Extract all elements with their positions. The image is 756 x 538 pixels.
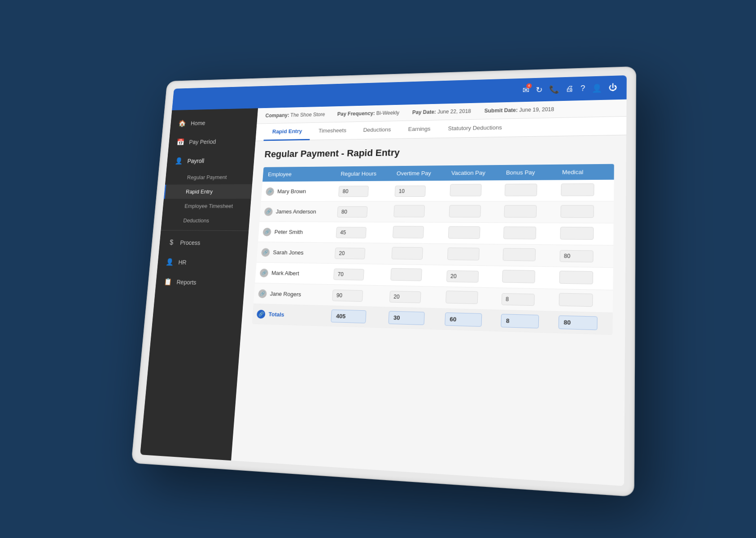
medical-cell[interactable]: 80 <box>555 245 613 268</box>
cell-empty[interactable] <box>391 247 423 260</box>
bonus-pay-cell[interactable] <box>499 180 556 201</box>
bonus-pay-cell[interactable] <box>498 244 555 267</box>
sidebar-item-home[interactable]: 🏠 Home <box>170 112 258 133</box>
cell-empty[interactable] <box>449 205 481 217</box>
overtime-pay-cell[interactable] <box>387 243 443 265</box>
cell-empty[interactable] <box>449 184 481 196</box>
cell-empty[interactable] <box>559 293 593 307</box>
vacation-pay-cell[interactable] <box>442 243 498 266</box>
cell-value[interactable]: 80 <box>337 206 367 217</box>
mail-icon[interactable]: ✉ 4 <box>522 85 529 95</box>
vacation-pay-cell[interactable] <box>444 201 499 223</box>
cell-empty[interactable] <box>503 205 536 217</box>
overtime-pay-cell[interactable] <box>388 222 444 244</box>
total-value[interactable]: 60 <box>444 312 481 327</box>
cell-value[interactable]: 8 <box>501 293 534 305</box>
sidebar-item-reports[interactable]: 📋 Reports <box>155 272 245 294</box>
totals-vacation-pay[interactable]: 60 <box>440 308 496 331</box>
print-icon[interactable]: 🖨 <box>565 84 574 94</box>
bonus-pay-cell[interactable] <box>499 201 556 223</box>
sidebar-item-payroll[interactable]: 👤 Payroll <box>166 151 254 171</box>
regular-hours-cell[interactable]: 80 <box>334 181 391 202</box>
cell-empty[interactable] <box>445 291 478 304</box>
cell-empty[interactable] <box>447 247 479 260</box>
overtime-pay-cell[interactable] <box>385 264 442 286</box>
medical-cell[interactable] <box>556 180 614 201</box>
totals-overtime-pay[interactable]: 30 <box>384 307 441 330</box>
cell-empty[interactable] <box>560 183 594 196</box>
medical-cell[interactable] <box>554 267 613 290</box>
tab-statutory-deductions[interactable]: Statutory Deductions <box>439 119 511 138</box>
cell-value[interactable]: 90 <box>332 289 363 301</box>
medical-cell[interactable] <box>554 289 613 312</box>
cell-value[interactable]: 80 <box>338 186 369 197</box>
cell-empty[interactable] <box>393 205 425 217</box>
totals-medical[interactable]: 80 <box>553 311 612 334</box>
link-icon[interactable]: 🔗 <box>262 228 271 236</box>
vacation-pay-cell[interactable] <box>445 180 500 201</box>
user-icon[interactable]: 👤 <box>591 83 602 93</box>
link-icon[interactable]: 🔗 <box>259 269 268 278</box>
cell-value[interactable]: 10 <box>394 185 426 196</box>
col-medical: Medical <box>556 164 614 180</box>
link-icon[interactable]: 🔗 <box>258 289 267 298</box>
cell-empty[interactable] <box>559 271 593 284</box>
medical-cell[interactable] <box>555 201 614 223</box>
total-value[interactable]: 8 <box>500 314 538 328</box>
tab-rapid-entry[interactable]: Rapid Entry <box>263 123 310 141</box>
cell-empty[interactable] <box>504 184 537 196</box>
link-icon[interactable]: 🔗 <box>264 207 273 216</box>
link-icon[interactable]: 🔗 <box>265 187 274 196</box>
bonus-pay-cell[interactable] <box>498 223 555 245</box>
cell-value[interactable]: 20 <box>335 247 366 259</box>
totals-link-icon[interactable]: 🔗 <box>256 309 265 318</box>
totals-regular-hours[interactable]: 405 <box>326 306 385 328</box>
cell-empty[interactable] <box>503 248 536 261</box>
vacation-pay-cell[interactable] <box>443 222 499 244</box>
sidebar-item-hr[interactable]: 👤 HR <box>157 252 247 273</box>
vacation-pay-cell[interactable]: 20 <box>441 265 497 288</box>
cell-value[interactable]: 45 <box>336 227 366 239</box>
total-value[interactable]: 405 <box>331 309 366 323</box>
regular-hours-cell[interactable]: 90 <box>328 284 386 307</box>
cell-empty[interactable] <box>503 226 536 239</box>
total-value[interactable]: 30 <box>388 311 424 325</box>
sidebar-item-regular-payment[interactable]: Regular Payment <box>165 170 253 185</box>
sidebar-item-deductions[interactable]: Deductions <box>161 213 250 228</box>
overtime-pay-cell[interactable] <box>389 201 445 222</box>
regular-hours-cell[interactable]: 20 <box>330 243 388 264</box>
total-value[interactable]: 80 <box>558 315 597 330</box>
totals-bonus-pay[interactable]: 8 <box>496 310 554 333</box>
sidebar-item-employee-timesheet[interactable]: Employee Timesheet <box>162 199 251 213</box>
vacation-pay-cell[interactable] <box>440 286 497 310</box>
help-icon[interactable]: ? <box>580 84 585 93</box>
tab-earnings[interactable]: Earnings <box>399 120 439 139</box>
cell-empty[interactable] <box>448 226 480 239</box>
regular-hours-cell[interactable]: 45 <box>331 222 389 243</box>
sidebar-item-pay-period[interactable]: 📅 Pay Period <box>168 131 256 152</box>
cell-empty[interactable] <box>390 268 422 281</box>
bonus-pay-cell[interactable]: 8 <box>496 288 554 311</box>
sidebar-item-rapid-entry[interactable]: Rapid Entry <box>164 184 252 199</box>
cell-empty[interactable] <box>502 270 535 283</box>
cell-empty[interactable] <box>560 205 594 217</box>
cell-value[interactable]: 70 <box>333 268 364 280</box>
phone-icon[interactable]: 📞 <box>549 84 559 94</box>
sidebar-item-process[interactable]: $ Process <box>159 233 249 253</box>
cell-value[interactable]: 20 <box>446 270 478 282</box>
regular-hours-cell[interactable]: 80 <box>332 201 390 222</box>
bonus-pay-cell[interactable] <box>497 266 554 289</box>
cell-empty[interactable] <box>392 226 424 239</box>
tab-timesheets[interactable]: Timesheets <box>310 122 355 140</box>
link-icon[interactable]: 🔗 <box>261 248 270 256</box>
overtime-pay-cell[interactable]: 10 <box>390 181 446 201</box>
tab-deductions[interactable]: Deductions <box>354 121 400 139</box>
regular-hours-cell[interactable]: 70 <box>329 264 387 286</box>
overtime-pay-cell[interactable]: 20 <box>385 286 441 308</box>
cell-value[interactable]: 20 <box>389 291 421 303</box>
power-icon[interactable]: ⏻ <box>608 83 617 92</box>
refresh-icon[interactable]: ↻ <box>535 85 542 94</box>
cell-value[interactable]: 80 <box>559 250 593 262</box>
cell-empty[interactable] <box>560 227 594 240</box>
medical-cell[interactable] <box>555 223 613 245</box>
